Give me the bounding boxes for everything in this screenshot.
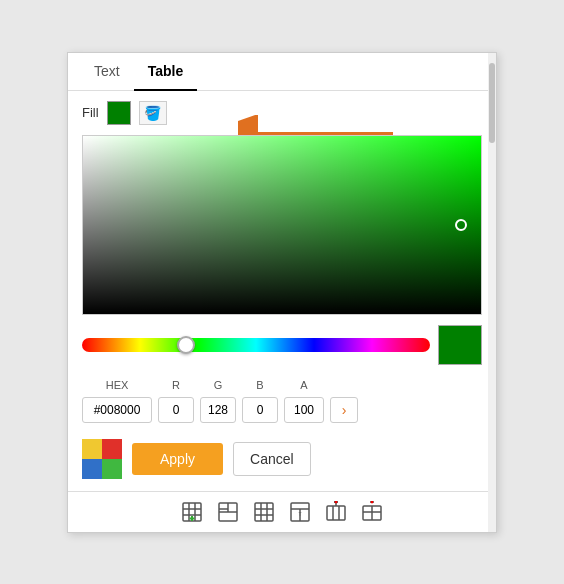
slider-row	[68, 315, 496, 375]
color-squares	[82, 439, 122, 479]
delete-table-icon[interactable]	[360, 500, 384, 524]
scroll-thumb[interactable]	[489, 63, 495, 143]
scrollbar[interactable]	[488, 53, 496, 532]
color-sq-red	[102, 439, 122, 459]
insert-table-icon[interactable]	[180, 500, 204, 524]
fill-row: Fill 🪣	[68, 91, 496, 135]
r-input[interactable]	[158, 397, 194, 423]
table-properties-icon[interactable]: T	[288, 500, 312, 524]
g-label: G	[200, 379, 236, 391]
r-label: R	[158, 379, 194, 391]
tab-bar: Text Table	[68, 53, 496, 91]
bucket-icon: 🪣	[144, 105, 161, 121]
merge-cells-icon[interactable]	[216, 500, 240, 524]
g-input[interactable]	[200, 397, 236, 423]
color-sq-blue	[82, 459, 102, 479]
bottom-toolbar: T	[68, 491, 496, 532]
fill-label: Fill	[82, 105, 99, 120]
hex-label: HEX	[82, 379, 152, 391]
b-input[interactable]	[242, 397, 278, 423]
color-preview-swatch	[438, 325, 482, 365]
svg-rect-22	[327, 506, 345, 520]
inputs-label-row: HEX R G B A	[68, 375, 496, 395]
color-sq-yellow	[82, 439, 102, 459]
tab-text[interactable]: Text	[80, 53, 134, 91]
apply-button[interactable]: Apply	[132, 443, 223, 475]
hex-input[interactable]	[82, 397, 152, 423]
svg-rect-13	[255, 503, 273, 521]
hue-slider-thumb[interactable]	[177, 336, 195, 354]
delete-col-icon[interactable]	[324, 500, 348, 524]
svg-text:T: T	[298, 511, 301, 517]
color-sq-green	[102, 459, 122, 479]
color-picker-area[interactable]	[82, 135, 482, 315]
inputs-value-row: ›	[68, 395, 496, 431]
a-input[interactable]	[284, 397, 324, 423]
hue-slider[interactable]	[82, 338, 430, 352]
tab-table[interactable]: Table	[134, 53, 198, 91]
b-label: B	[242, 379, 278, 391]
split-cells-icon[interactable]	[252, 500, 276, 524]
next-button[interactable]: ›	[330, 397, 358, 423]
fill-color-swatch[interactable]	[107, 101, 131, 125]
gradient-bg	[83, 136, 481, 314]
action-row: Apply Cancel	[68, 431, 496, 491]
a-label: A	[284, 379, 324, 391]
fill-bucket-button[interactable]: 🪣	[139, 101, 167, 125]
cancel-button[interactable]: Cancel	[233, 442, 311, 476]
gradient-black-overlay	[83, 136, 481, 314]
hue-slider-track	[82, 338, 430, 352]
